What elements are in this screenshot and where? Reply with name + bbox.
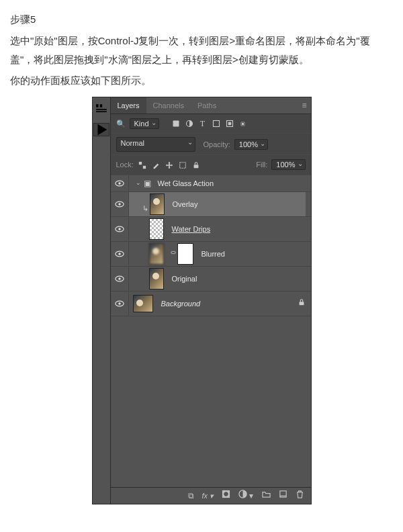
layer-name[interactable]: Background [161,297,201,310]
layer-thumbnail[interactable] [150,193,165,215]
visibility-toggle[interactable] [111,242,129,266]
svg-rect-0 [96,104,98,107]
adjustment-layer-icon[interactable]: ▾ [238,488,253,503]
layer-fx-icon[interactable]: fx ▾ [202,489,214,502]
lock-artboard-icon[interactable] [178,161,187,170]
svg-point-29 [224,492,228,496]
layer-row-blurred[interactable]: Blurred [111,242,311,267]
play-button[interactable] [93,123,109,136]
opacity-label: Opacity: [204,138,230,151]
svg-point-15 [118,182,121,185]
lock-move-icon[interactable] [165,161,174,170]
layer-row-original[interactable]: Original [111,267,311,292]
timeline-icon[interactable] [95,103,107,115]
svg-rect-11 [143,165,146,168]
svg-rect-3 [96,111,107,112]
lock-paint-icon[interactable] [151,161,161,170]
opacity-value[interactable]: 100% [234,139,268,150]
svg-rect-13 [193,165,198,168]
layer-row-overlay[interactable]: ↳ Overlay [111,192,311,217]
panel-bottom-bar: ⧉ fx ▾ ▾ [111,487,311,504]
visibility-toggle[interactable] [111,292,129,316]
filter-pixel-icon[interactable] [171,119,181,128]
layer-row-background[interactable]: Background [111,292,311,316]
lock-row: Lock: Fill: 100% [111,155,311,175]
folder-icon: ▣ [144,176,151,191]
layer-name[interactable]: Overlay [173,197,198,211]
visibility-toggle[interactable] [111,217,129,241]
svg-point-24 [118,277,121,280]
svg-rect-10 [139,161,142,164]
svg-rect-2 [96,109,107,110]
layers-panel-screenshot: Layers Channels Paths ≡ 🔍 Kind T [10,97,393,504]
filter-type-icon[interactable]: T [198,119,208,128]
filter-toggle-icon[interactable] [238,119,248,128]
filter-row: 🔍 Kind T [111,114,311,134]
tab-channels[interactable]: Channels [146,97,191,114]
svg-rect-27 [299,302,304,305]
layer-thumbnail[interactable] [133,295,153,312]
svg-marker-4 [97,124,107,136]
instruction-paragraph-2: 你的动作面板应该如下图所示。 [10,71,393,90]
mask-link-icon[interactable] [171,247,176,260]
panel-tab-bar: Layers Channels Paths ≡ [111,97,311,114]
filter-smartobj-icon[interactable] [225,119,234,128]
svg-point-21 [118,253,121,255]
delete-layer-icon[interactable] [296,488,304,503]
panel-menu-icon[interactable]: ≡ [302,98,310,113]
layer-name[interactable]: Water Drips [172,222,211,236]
fill-value[interactable]: 100% [271,159,305,170]
blend-mode-select[interactable]: Normal [116,137,195,152]
instruction-paragraph-1: 选中"原始"图层，按Control-J复制一次，转到图层>重命名图层，将副本命名… [10,32,393,69]
layer-name[interactable]: Original [172,272,197,285]
step-title: 步骤5 [10,10,393,29]
visibility-toggle[interactable] [111,175,129,191]
layer-group-row[interactable]: ⌄ ▣ Wet Glass Action [111,175,311,192]
lock-transparent-icon[interactable] [138,161,147,170]
svg-rect-7 [213,121,219,127]
lock-label: Lock: [116,158,134,171]
clip-mask-icon: ↳ [142,202,148,215]
filter-adjust-icon[interactable] [185,119,194,128]
lock-icon[interactable] [298,297,306,310]
svg-point-26 [118,302,121,305]
tab-paths[interactable]: Paths [191,97,223,114]
lock-all-icon[interactable] [191,161,201,170]
svg-point-17 [118,203,121,206]
layer-mask-icon[interactable] [222,488,230,503]
side-toolbar [93,97,111,504]
filter-shape-icon[interactable] [212,119,221,128]
link-layers-icon[interactable]: ⧉ [188,488,194,503]
filter-kind-select[interactable]: Kind [130,118,159,129]
svg-point-19 [118,228,121,230]
svg-rect-1 [99,104,101,107]
group-disclosure-icon[interactable]: ⌄ [136,177,141,189]
svg-rect-12 [180,162,186,168]
layer-mask-thumbnail[interactable] [177,243,193,265]
visibility-toggle[interactable] [111,267,129,291]
svg-rect-9 [228,122,231,126]
new-group-icon[interactable] [262,488,271,503]
visibility-toggle[interactable] [111,192,129,216]
layer-thumbnail[interactable] [149,268,164,290]
fill-label: Fill: [256,158,267,171]
search-icon[interactable]: 🔍 [116,119,126,128]
layers-list: ⌄ ▣ Wet Glass Action ↳ Overlay [111,175,311,487]
blend-row: Normal Opacity: 100% [111,134,311,155]
tab-layers[interactable]: Layers [111,97,146,114]
layer-thumbnail[interactable] [149,243,164,265]
layer-name[interactable]: Blurred [202,247,225,261]
layer-thumbnail[interactable] [149,218,164,240]
svg-rect-5 [173,121,179,127]
svg-rect-22 [171,252,175,254]
new-layer-icon[interactable] [279,488,287,503]
layer-name[interactable]: Wet Glass Action [158,177,214,190]
layer-row-water-drips[interactable]: Water Drips [111,217,311,242]
